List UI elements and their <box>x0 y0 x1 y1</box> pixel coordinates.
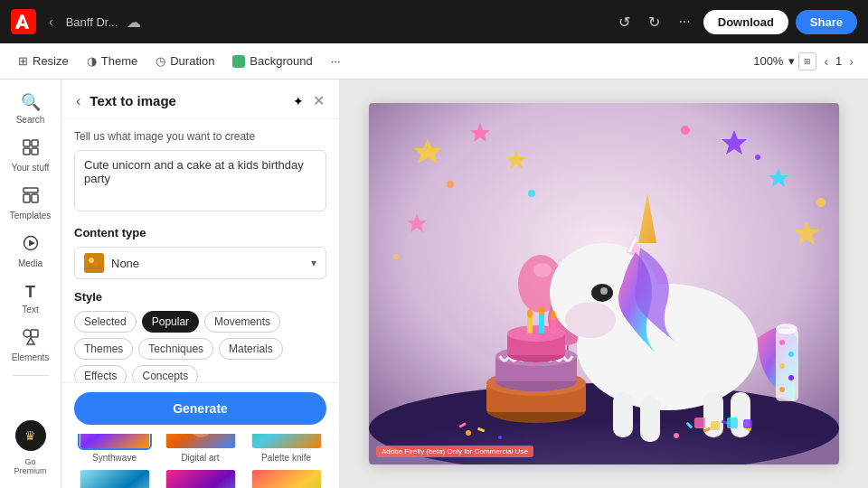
panel-close-button[interactable]: ✕ <box>311 90 326 111</box>
theme-toolbar-item[interactable]: ◑ Theme <box>80 51 145 71</box>
prev-page-button[interactable]: ‹ <box>820 52 832 70</box>
resize-toolbar-item[interactable]: ⊞ Resize <box>11 51 76 71</box>
watermark: Adobe Firefly (beta) Only for Commercial… <box>376 446 533 457</box>
prompt-section: Tell us what image you want to create Cu… <box>61 119 339 226</box>
svg-point-33 <box>447 181 454 188</box>
undo-button[interactable]: ↺ <box>613 10 636 34</box>
duration-icon: ◷ <box>156 54 165 68</box>
redo-button[interactable]: ↻ <box>643 10 665 34</box>
generate-button[interactable]: Generate <box>74 392 326 425</box>
svg-rect-23 <box>251 470 321 488</box>
panel-back-button[interactable]: ‹ <box>74 91 82 111</box>
svg-point-48 <box>600 287 608 295</box>
style-chip-techniques[interactable]: Techniques <box>138 338 213 360</box>
back-button[interactable]: ‹ <box>45 11 57 33</box>
download-button[interactable]: Download <box>703 10 788 34</box>
more-toolbar-icon: ··· <box>331 54 341 68</box>
style-chip-popular[interactable]: Popular <box>142 311 199 333</box>
style-item-neon[interactable]: Neon <box>160 468 241 488</box>
style-chip-themes[interactable]: Themes <box>74 338 133 360</box>
main-area: 🔍 Search Your stuff Templates Media T Te… <box>0 80 868 488</box>
panel-title: Text to image <box>90 93 286 108</box>
duration-toolbar-item[interactable]: ◷ Duration <box>148 51 222 71</box>
zoom-control[interactable]: 100% ▾ <box>753 54 795 68</box>
style-img-neon <box>164 468 238 488</box>
more-options-button[interactable]: ··· <box>673 10 695 33</box>
sidebar-item-media[interactable]: Media <box>5 230 57 274</box>
canvas-page: Adobe Firefly (beta) Only for Commercial… <box>369 103 839 465</box>
duration-label: Duration <box>170 54 214 68</box>
prompt-textarea[interactable]: Cute unicorn and a cake at a kids birthd… <box>74 150 326 211</box>
style-chip-materials[interactable]: Materials <box>219 338 283 360</box>
svg-rect-1 <box>24 140 30 146</box>
svg-rect-7 <box>32 194 38 202</box>
svg-point-90 <box>779 387 785 392</box>
background-label: Background <box>250 54 312 68</box>
premium-button[interactable]: ♛ <box>15 420 46 451</box>
sidebar-item-premium[interactable]: ♛ Go Premium <box>5 415 57 481</box>
svg-rect-2 <box>32 140 38 146</box>
content-type-select[interactable]: None ▾ <box>74 247 326 279</box>
file-name: Banff Dr... <box>66 15 118 29</box>
search-icon: 🔍 <box>21 92 41 112</box>
sidebar-item-search[interactable]: 🔍 Search <box>5 87 57 130</box>
svg-point-38 <box>393 254 399 259</box>
text-icon: T <box>25 283 35 302</box>
sidebar-item-text[interactable]: T Text <box>5 277 57 320</box>
sidebar-item-your-stuff[interactable]: Your stuff <box>5 134 57 178</box>
svg-rect-5 <box>24 188 38 192</box>
svg-point-77 <box>498 436 502 439</box>
elements-icon <box>23 329 39 350</box>
style-chip-selected[interactable]: Selected <box>74 311 137 333</box>
theme-icon: ◑ <box>87 54 97 68</box>
svg-point-46 <box>565 302 616 338</box>
sidebar-item-templates[interactable]: Templates <box>5 182 57 226</box>
zoom-level: 100% <box>753 54 783 68</box>
svg-rect-0 <box>11 9 36 34</box>
text-to-image-panel: ‹ Text to image ✦ ✕ Tell us what image y… <box>61 80 340 488</box>
cloud-sync-icon: ☁ <box>127 14 141 31</box>
page-nav: ‹ 1 › <box>820 52 857 70</box>
prompt-label: Tell us what image you want to create <box>74 130 326 143</box>
text-label: Text <box>22 305 38 314</box>
svg-rect-4 <box>32 148 38 155</box>
search-label: Search <box>16 115 45 125</box>
svg-point-40 <box>533 263 552 277</box>
resize-label: Resize <box>33 54 69 68</box>
style-item-chaotic[interactable]: Chaotic <box>246 468 326 488</box>
next-page-button[interactable]: › <box>845 52 857 70</box>
canvas-area: Adobe Firefly (beta) Only for Commercial… <box>340 80 868 488</box>
toolbar: ⊞ Resize ◑ Theme ◷ Duration Background ·… <box>0 43 868 80</box>
svg-rect-81 <box>711 421 720 430</box>
content-type-section: Content type None ▾ <box>61 226 339 290</box>
share-button[interactable]: Share <box>796 10 857 34</box>
background-color-dot <box>232 55 245 68</box>
svg-rect-11 <box>31 330 38 337</box>
svg-point-14 <box>89 258 94 263</box>
svg-rect-13 <box>84 253 104 273</box>
page-number: 1 <box>835 54 842 68</box>
svg-point-86 <box>779 340 785 345</box>
svg-point-70 <box>551 311 556 320</box>
background-toolbar-item[interactable]: Background <box>225 51 319 71</box>
svg-rect-21 <box>80 470 149 488</box>
more-toolbar-button[interactable]: ··· <box>324 51 348 71</box>
svg-point-69 <box>539 306 544 315</box>
sidebar-divider <box>13 375 49 376</box>
svg-point-78 <box>674 433 679 438</box>
sidebar-item-elements[interactable]: Elements <box>5 324 57 368</box>
svg-rect-3 <box>24 148 30 155</box>
style-item-layered-paper[interactable]: Layered paper <box>74 468 155 488</box>
svg-point-89 <box>788 375 794 380</box>
style-name-palette-knife: Palette knife <box>261 453 311 463</box>
svg-marker-12 <box>27 338 34 344</box>
templates-label: Templates <box>10 211 52 221</box>
your-stuff-icon <box>23 139 39 160</box>
style-chips: SelectedPopularMovementsThemesTechniques… <box>74 311 326 387</box>
svg-point-76 <box>466 430 471 436</box>
svg-rect-82 <box>727 418 738 428</box>
svg-point-64 <box>507 325 565 342</box>
svg-point-68 <box>527 309 533 318</box>
svg-point-35 <box>755 155 760 160</box>
style-chip-movements[interactable]: Movements <box>204 311 280 333</box>
